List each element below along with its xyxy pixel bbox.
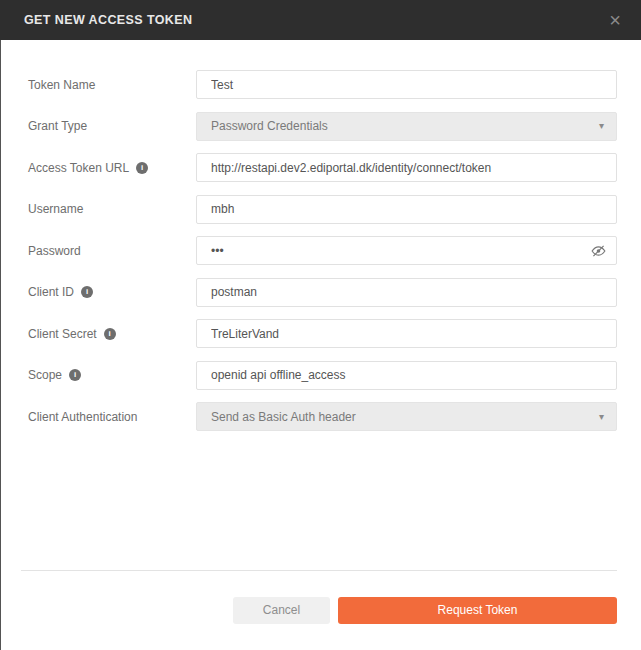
field-label: Grant Type: [28, 119, 87, 133]
access-token-url-info-icon[interactable]: i: [136, 162, 148, 174]
form-row-grant-type: Grant Type ▾: [28, 112, 617, 141]
field: ▾: [196, 402, 617, 431]
field-label-wrap: Grant Type: [28, 119, 196, 133]
form-row-username: Username: [28, 195, 617, 224]
dialog-footer: Cancel Request Token: [233, 597, 617, 624]
field-label: Client Secret: [28, 327, 97, 341]
grant-type-chevron-down-icon[interactable]: ▾: [599, 121, 604, 131]
field-label-wrap: Token Name: [28, 78, 196, 92]
password-visibility-icon[interactable]: [590, 242, 607, 259]
form-row-access-token-url: Access Token URL i: [28, 153, 617, 182]
client-secret-info-icon[interactable]: i: [104, 328, 116, 340]
client-secret-input[interactable]: [196, 319, 617, 348]
field-label: Client Authentication: [28, 410, 137, 424]
form-row-client-id: Client ID i: [28, 278, 617, 307]
field-label-wrap: Client Authentication: [28, 410, 196, 424]
field-label-wrap: Password: [28, 244, 196, 258]
field: [196, 278, 617, 307]
token-form: Token Name Grant Type ▾ Access Token URL…: [0, 40, 641, 431]
client-authentication-chevron-down-icon[interactable]: ▾: [599, 412, 604, 422]
field-label: Access Token URL: [28, 161, 129, 175]
dialog-header: GET NEW ACCESS TOKEN ×: [0, 0, 641, 40]
request-token-button[interactable]: Request Token: [338, 597, 617, 624]
field-label: Scope: [28, 368, 62, 382]
field: [196, 70, 617, 99]
cancel-button[interactable]: Cancel: [233, 597, 330, 624]
client-id-input[interactable]: [196, 278, 617, 307]
field: [196, 319, 617, 348]
field: [196, 361, 617, 390]
form-row-scope: Scope i: [28, 361, 617, 390]
field: ▾: [196, 112, 617, 141]
get-new-access-token-dialog: GET NEW ACCESS TOKEN × Token Name Grant …: [0, 0, 641, 650]
form-row-token-name: Token Name: [28, 70, 617, 99]
grant-type-select[interactable]: [196, 112, 617, 141]
scope-info-icon[interactable]: i: [69, 369, 81, 381]
token-name-input[interactable]: [196, 70, 617, 99]
form-row-client-authentication: Client Authentication ▾: [28, 402, 617, 431]
field-label-wrap: Client Secret i: [28, 327, 196, 341]
field-label-wrap: Client ID i: [28, 285, 196, 299]
password-input[interactable]: [196, 236, 617, 265]
username-input[interactable]: [196, 195, 617, 224]
field-label: Token Name: [28, 78, 95, 92]
field-label-wrap: Scope i: [28, 368, 196, 382]
field: [196, 195, 617, 224]
client-authentication-select[interactable]: [196, 402, 617, 431]
form-row-password: Password: [28, 236, 617, 265]
window-left-edge: [0, 40, 1, 650]
dialog-title: GET NEW ACCESS TOKEN: [24, 13, 192, 27]
field-label: Username: [28, 202, 83, 216]
field: [196, 236, 617, 265]
field: [196, 153, 617, 182]
footer-divider: [21, 570, 617, 571]
field-label-wrap: Username: [28, 202, 196, 216]
field-label-wrap: Access Token URL i: [28, 161, 196, 175]
scope-input[interactable]: [196, 361, 617, 390]
access-token-url-input[interactable]: [196, 153, 617, 182]
close-icon[interactable]: ×: [607, 10, 623, 30]
client-id-info-icon[interactable]: i: [81, 286, 93, 298]
field-label: Client ID: [28, 285, 74, 299]
field-label: Password: [28, 244, 81, 258]
form-row-client-secret: Client Secret i: [28, 319, 617, 348]
